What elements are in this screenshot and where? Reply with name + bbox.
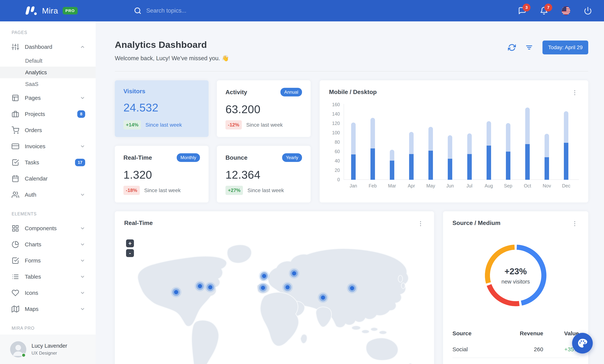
sidebar-item-label: Calendar	[25, 176, 85, 182]
language-selector[interactable]	[562, 6, 570, 15]
period-badge: Annual	[280, 88, 302, 96]
theme-settings-button[interactable]	[572, 333, 593, 353]
chevron-up-icon	[80, 44, 85, 50]
sidebar-item-orders[interactable]: Orders	[0, 122, 96, 138]
user-role: UX Designer	[32, 351, 67, 356]
bar-mobile	[390, 161, 394, 180]
sidebar-item-maps[interactable]: Maps	[0, 301, 96, 317]
sidebar-item-label: Invoices	[25, 143, 80, 150]
x-tick-label: Jun	[440, 183, 460, 188]
bar-mobile	[467, 154, 472, 180]
sidebar-item-forms[interactable]: Forms	[0, 252, 96, 269]
chevron-down-icon	[80, 258, 85, 263]
map-marker-united-kingdom[interactable]	[262, 274, 266, 278]
source-medium-card: Source / Medium +23% new visitors Source…	[443, 211, 588, 364]
sidebar-item-components[interactable]: Components	[0, 220, 96, 236]
sidebar-item-dashboard[interactable]: Dashboard	[0, 39, 96, 55]
map-marker-china[interactable]	[350, 286, 354, 290]
sidebar-item-projects[interactable]: Projects8	[0, 106, 96, 122]
bar-mobile	[564, 143, 568, 180]
bar-mobile	[506, 151, 510, 180]
map-marker-russia[interactable]	[292, 271, 296, 276]
refresh-icon	[508, 44, 516, 51]
stat-card-real-time: Real-TimeMonthly1.320-18%Since last week	[115, 146, 209, 202]
x-tick-label: Oct	[517, 183, 538, 188]
period-badge: Monthly	[177, 153, 200, 162]
sidebar-item-label: Maps	[25, 306, 80, 312]
realtime-map-card: Real-Time + -	[115, 211, 434, 364]
sidebar-item-tables[interactable]: Tables	[0, 269, 96, 285]
chevron-down-icon	[80, 192, 85, 197]
bar-desktop	[448, 135, 452, 159]
source-cell: Search Engines	[453, 363, 491, 364]
stat-value: 1.320	[124, 168, 200, 181]
heart-icon	[12, 289, 19, 297]
users-icon	[12, 191, 19, 199]
world-map	[119, 236, 430, 364]
x-tick-label: Mar	[382, 183, 402, 188]
sidebar-item-invoices[interactable]: Invoices	[0, 138, 96, 154]
x-tick-label: Nov	[537, 183, 557, 188]
sidebar-subitem-analytics[interactable]: Analytics	[0, 67, 96, 78]
column-header: Value	[543, 330, 579, 337]
map-menu-button[interactable]	[416, 220, 425, 228]
sidebar-item-charts[interactable]: Charts	[0, 236, 96, 252]
chevron-down-icon	[80, 242, 85, 247]
power-icon	[584, 7, 592, 15]
sidebar-item-tasks[interactable]: Tasks17	[0, 154, 96, 171]
chevron-down-icon	[80, 306, 85, 312]
page-subtitle: Welcome back, Lucy! We've missed you. 👋	[115, 55, 229, 62]
map-marker-us-west[interactable]	[174, 290, 178, 294]
y-axis-line	[344, 104, 344, 180]
sidebar-item-label: Tasks	[25, 159, 75, 166]
notifications-count-badge: 7	[544, 4, 552, 12]
chart-menu-button[interactable]	[571, 88, 579, 97]
x-tick-label: Jul	[459, 183, 480, 188]
chevron-down-icon	[80, 290, 85, 296]
map-marker-india[interactable]	[321, 296, 325, 300]
map-zoom-out-button[interactable]: -	[126, 249, 134, 257]
revenue-cell: 260	[491, 346, 543, 352]
sidebar: PAGESDashboardDefaultAnalyticsSaaSPagesP…	[0, 21, 96, 364]
delta-badge: -18%	[124, 186, 140, 195]
layout-icon	[12, 94, 19, 102]
stat-title: Real-Time	[124, 154, 152, 161]
bar-mobile	[448, 159, 452, 180]
messages-button[interactable]: 3	[518, 7, 526, 15]
bar-mobile	[409, 154, 414, 180]
table-row-search-engines: Search Engines125-12%	[453, 358, 579, 364]
x-tick-label: Dec	[556, 183, 577, 188]
sidebar-user-footer[interactable]: Lucy Lavender UX Designer	[0, 335, 96, 364]
map-marker-spain[interactable]	[261, 286, 265, 290]
y-tick-label: 20	[329, 168, 340, 173]
sidebar-item-label: Icons	[25, 290, 80, 296]
sidebar-item-auth[interactable]: Auth	[0, 187, 96, 203]
stat-note: Since last week	[246, 122, 283, 128]
sidebar-item-icons[interactable]: Icons	[0, 285, 96, 301]
search-input[interactable]	[146, 7, 263, 14]
map-marker-turkey[interactable]	[286, 285, 289, 289]
filter-button[interactable]	[525, 44, 533, 51]
stat-title: Activity	[226, 89, 247, 96]
map-marker-us-east[interactable]	[208, 285, 212, 289]
source-menu-button[interactable]	[571, 220, 579, 228]
sidebar-item-calendar[interactable]: Calendar	[0, 171, 96, 187]
sidebar-item-label: Projects	[25, 111, 77, 117]
brand[interactable]: Mira PRO	[25, 5, 78, 16]
table-row-social: Social260+35%	[453, 341, 579, 358]
map-marker-us-central[interactable]	[198, 284, 202, 288]
sidebar-item-pages[interactable]: Pages	[0, 90, 96, 106]
stats-grid: Visitors24.532+14%Since last weekActivit…	[115, 80, 311, 202]
notifications-button[interactable]: 7	[540, 7, 548, 15]
stat-note: Since last week	[144, 188, 181, 193]
map-zoom-in-button[interactable]: +	[126, 239, 134, 247]
sidebar-item-label: Tables	[25, 274, 80, 280]
sidebar-subitem-default[interactable]: Default	[0, 55, 96, 67]
stat-value: 63.200	[226, 103, 302, 116]
mira-logo-icon	[25, 5, 38, 16]
date-button[interactable]: Today: April 29	[542, 40, 588, 54]
sidebar-subitem-saas[interactable]: SaaS	[0, 78, 96, 90]
refresh-button[interactable]	[508, 44, 516, 51]
chevron-down-icon	[80, 144, 85, 149]
sign-out-button[interactable]	[584, 7, 592, 15]
